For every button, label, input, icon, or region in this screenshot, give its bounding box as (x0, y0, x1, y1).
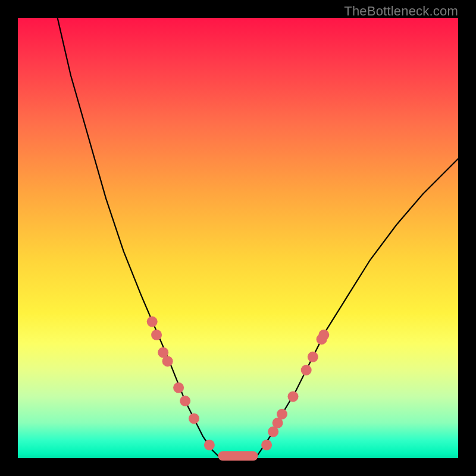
data-marker (180, 396, 190, 406)
data-marker (189, 413, 199, 424)
data-marker (288, 391, 299, 402)
data-marker (308, 352, 318, 362)
data-marker (318, 330, 329, 340)
markers-right-group (261, 330, 329, 450)
watermark-text: TheBottleneck.com (344, 4, 458, 19)
chart-frame: TheBottleneck.com (0, 0, 476, 476)
data-marker (277, 409, 287, 419)
data-marker (261, 440, 272, 450)
plot-area (18, 18, 458, 458)
data-marker (151, 330, 162, 340)
data-marker (204, 440, 215, 450)
curve-svg (18, 18, 458, 458)
markers-left-group (147, 317, 215, 450)
curve-left-branch (58, 18, 221, 458)
data-marker (173, 383, 184, 393)
data-marker (301, 365, 312, 375)
data-marker (147, 317, 158, 327)
floor-marker (218, 451, 258, 461)
data-marker (162, 356, 173, 367)
